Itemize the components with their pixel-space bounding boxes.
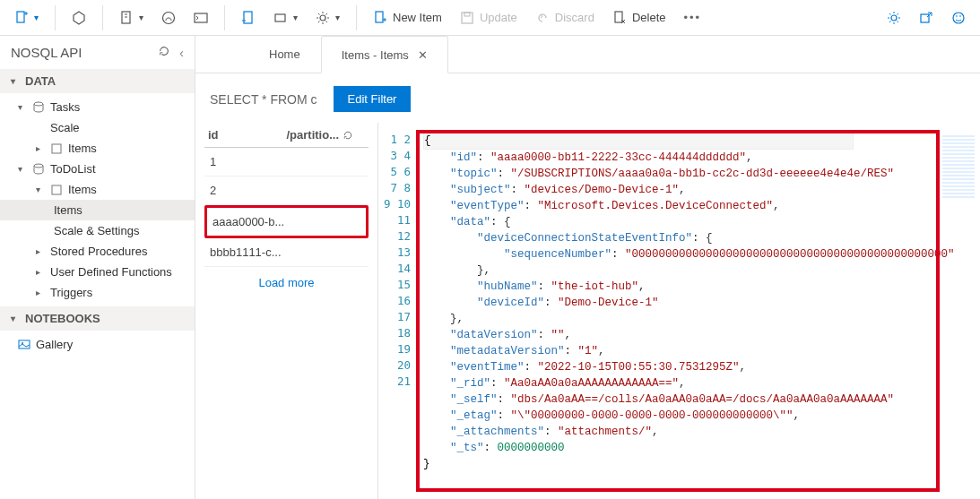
gallery-icon (18, 339, 30, 351)
svg-rect-17 (464, 13, 470, 16)
container-icon (50, 142, 63, 155)
external-link-icon (919, 11, 933, 25)
item-row[interactable]: bbbb1111-c... (204, 238, 369, 267)
delete-label: Delete (632, 11, 666, 24)
data-tree: ▾Tasks Scale ▸Items ▾ToDoList ▾Items Ite… (0, 93, 195, 306)
chevron-down-icon: ▾ (11, 314, 20, 323)
chevron-right-icon: ▸ (36, 143, 45, 153)
section-notebooks[interactable]: ▾NOTEBOOKS (0, 306, 195, 331)
item-row-selected[interactable]: aaaa0000-b... (204, 205, 369, 238)
tree-udf[interactable]: ▸User Defined Functions (0, 262, 195, 282)
tree-todolist[interactable]: ▾ToDoList (0, 159, 195, 179)
settings-button[interactable] (880, 7, 908, 29)
svg-rect-16 (462, 13, 473, 23)
save-icon (460, 11, 474, 25)
update-button[interactable]: Update (453, 7, 525, 29)
top-toolbar: ▾ ▾ ▾ ▾ New Item Update Discard Delete •… (0, 0, 980, 36)
hex-icon-button[interactable] (65, 7, 93, 29)
feedback-button[interactable] (944, 7, 973, 29)
chevron-down-icon: ▾ (34, 13, 39, 22)
chevron-down-icon: ▾ (11, 76, 20, 86)
close-icon[interactable]: ✕ (418, 48, 428, 62)
load-more-link[interactable]: Load more (204, 267, 369, 298)
tree-items-items[interactable]: Items (0, 200, 195, 220)
query-text: SELECT * FROM c (210, 92, 317, 107)
gear-icon (316, 11, 330, 25)
undo-icon (535, 11, 550, 25)
save-query-button[interactable] (234, 7, 263, 29)
minimap[interactable] (942, 135, 975, 198)
svg-point-25 (959, 15, 961, 17)
edit-filter-button[interactable]: Edit Filter (334, 86, 412, 112)
scale-dropdown[interactable]: ▾ (266, 7, 305, 29)
new-sql-query-dropdown[interactable]: ▾ (7, 7, 46, 29)
chevron-right-icon: ▸ (36, 267, 45, 277)
code-content[interactable]: { "id": "aaaa0000-bb11-2222-33cc-444444d… (418, 128, 980, 476)
chevron-down-icon: ▾ (335, 13, 340, 22)
document-plus-icon (14, 11, 29, 25)
github-button[interactable] (154, 7, 183, 29)
tab-home[interactable]: Home (249, 36, 321, 73)
tree-items[interactable]: ▾Items (0, 179, 195, 200)
svg-rect-9 (244, 12, 252, 23)
tree-stored-procedures[interactable]: ▸Stored Procedures (0, 241, 195, 262)
json-editor[interactable]: 1 2 3 4 5 6 7 8 9 10 11 12 13 14 15 16 1… (378, 123, 980, 499)
items-list: 1 2 aaaa0000-b... bbbb1111-c... (204, 148, 369, 267)
smile-icon (951, 11, 966, 25)
settings-dropdown[interactable]: ▾ (308, 7, 347, 29)
svg-marker-3 (74, 12, 84, 24)
svg-rect-27 (52, 144, 61, 153)
tab-items[interactable]: Items - Items✕ (321, 36, 448, 73)
svg-rect-18 (615, 12, 622, 22)
chevron-down-icon: ▾ (36, 185, 45, 194)
notebook-dropdown[interactable]: ▾ (112, 7, 151, 29)
col-partition[interactable]: /partitio... (287, 128, 366, 142)
tabs-row: Home Items - Items✕ (195, 36, 980, 73)
sidebar-title-row: NOSQL API ‹ (0, 36, 195, 69)
refresh-icon[interactable] (158, 45, 170, 57)
document-new-icon (373, 11, 387, 25)
col-id[interactable]: id (208, 128, 287, 142)
item-row[interactable]: 2 (204, 176, 369, 205)
refresh-icon[interactable] (343, 130, 353, 141)
terminal-icon (194, 11, 208, 25)
sidebar-title: NOSQL API (11, 45, 82, 60)
tree-scale[interactable]: Scale (0, 117, 195, 138)
tree-gallery[interactable]: Gallery (0, 334, 195, 355)
tree-triggers[interactable]: ▸Triggers (0, 282, 195, 303)
database-icon (32, 163, 45, 176)
content-area: Home Items - Items✕ SELECT * FROM c Edit… (195, 36, 980, 499)
items-header: id /partitio... (204, 123, 369, 148)
hexagon-icon (72, 11, 86, 25)
tree-scale-settings[interactable]: Scale & Settings (0, 220, 195, 241)
document-delete-icon (612, 11, 627, 25)
github-icon (161, 11, 176, 25)
collapse-icon[interactable]: ‹ (179, 45, 184, 60)
svg-rect-22 (921, 14, 929, 22)
item-row[interactable]: 1 (204, 148, 369, 176)
svg-point-23 (953, 13, 964, 23)
chevron-right-icon: ▸ (36, 246, 45, 256)
sidebar: NOSQL API ‹ ▾DATA ▾Tasks Scale ▸Items ▾T… (0, 36, 195, 499)
database-icon (32, 101, 45, 114)
container-icon (273, 11, 288, 25)
svg-point-24 (956, 15, 958, 17)
ellipsis-icon: ••• (683, 11, 701, 24)
gear-icon (887, 11, 901, 25)
section-data[interactable]: ▾DATA (0, 69, 195, 93)
svg-rect-0 (17, 12, 24, 22)
new-item-label: New Item (393, 11, 442, 24)
svg-rect-8 (195, 13, 207, 22)
tree-items-tasks[interactable]: ▸Items (0, 138, 195, 159)
svg-rect-29 (52, 185, 61, 194)
open-external-button[interactable] (912, 7, 941, 29)
terminal-button[interactable] (186, 7, 215, 29)
chevron-down-icon: ▾ (139, 13, 143, 22)
tree-tasks[interactable]: ▾Tasks (0, 97, 195, 117)
chevron-down-icon: ▾ (293, 13, 298, 22)
delete-button[interactable]: Delete (605, 7, 673, 29)
new-item-button[interactable]: New Item (366, 7, 449, 29)
update-label: Update (480, 11, 517, 24)
discard-button[interactable]: Discard (528, 7, 602, 29)
more-button[interactable]: ••• (676, 7, 708, 28)
